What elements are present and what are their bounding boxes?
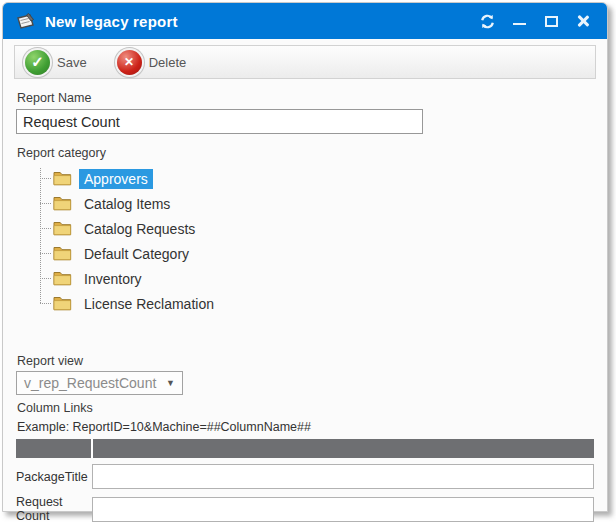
report-name-label: Report Name [17,91,607,105]
toolbar: ✓ Save ✕ Delete [14,45,596,79]
title-bar: New legacy report [3,3,607,39]
folder-icon [53,246,72,261]
tree-item-label: Catalog Items [79,194,175,214]
note-pencil-icon [15,11,37,31]
tree-item-catalog-requests[interactable]: Catalog Requests [34,216,607,241]
folder-icon [53,196,72,211]
grid-header-cell-right [93,439,594,458]
row-label-request-count: Request Count [16,495,92,523]
table-row: PackageTitle [16,464,594,489]
report-view-selected-value: v_rep_RequestCount [24,375,156,391]
packagetitle-link-input[interactable] [92,464,594,489]
folder-icon [53,271,72,286]
tree-item-approvers[interactable]: Approvers [34,166,607,191]
window-title: New legacy report [45,13,178,30]
delete-button-label: Delete [149,55,187,70]
dialog-window: New legacy report ✓ Save ✕ Delete [2,2,608,512]
tree-item-label: Inventory [79,269,147,289]
column-links-example: Example: ReportID=10&Machine=##ColumnNam… [17,420,607,434]
grid-header [16,439,594,458]
report-category-label: Report category [17,146,607,160]
red-x-sphere-icon: ✕ [117,50,142,75]
tree-item-label: Default Category [79,244,194,264]
tree-item-label: Catalog Requests [79,219,200,239]
delete-button[interactable]: ✕ Delete [117,50,187,75]
table-row: Request Count [16,495,594,523]
save-button[interactable]: ✓ Save [25,50,87,75]
tree-item-label: License Reclamation [79,294,219,314]
row-label-packagetitle: PackageTitle [16,470,92,484]
column-links-label: Column Links [17,401,607,415]
green-check-sphere-icon: ✓ [25,50,50,75]
maximize-icon[interactable] [539,9,563,33]
tree-item-catalog-items[interactable]: Catalog Items [34,191,607,216]
report-view-select[interactable]: v_rep_RequestCount ▼ [16,371,183,395]
column-links-grid: PackageTitle Request Count [16,439,594,523]
save-button-label: Save [57,55,87,70]
minimize-icon[interactable] [507,9,531,33]
folder-icon [53,221,72,236]
close-icon[interactable] [571,9,595,33]
report-category-tree: Approvers Catalog Items Catalog Requests [34,166,607,316]
tree-item-license-reclamation[interactable]: License Reclamation [34,291,607,316]
report-view-label: Report view [17,354,607,368]
report-name-input[interactable] [16,109,423,134]
chevron-down-icon: ▼ [166,378,175,388]
folder-icon [53,171,72,186]
tree-item-inventory[interactable]: Inventory [34,266,607,291]
grid-header-cell-left [16,439,91,458]
tree-item-label: Approvers [79,169,153,189]
window-controls [475,9,595,33]
request-count-link-input[interactable] [92,497,594,522]
refresh-icon[interactable] [475,9,499,33]
folder-icon [53,296,72,311]
tree-item-default-category[interactable]: Default Category [34,241,607,266]
